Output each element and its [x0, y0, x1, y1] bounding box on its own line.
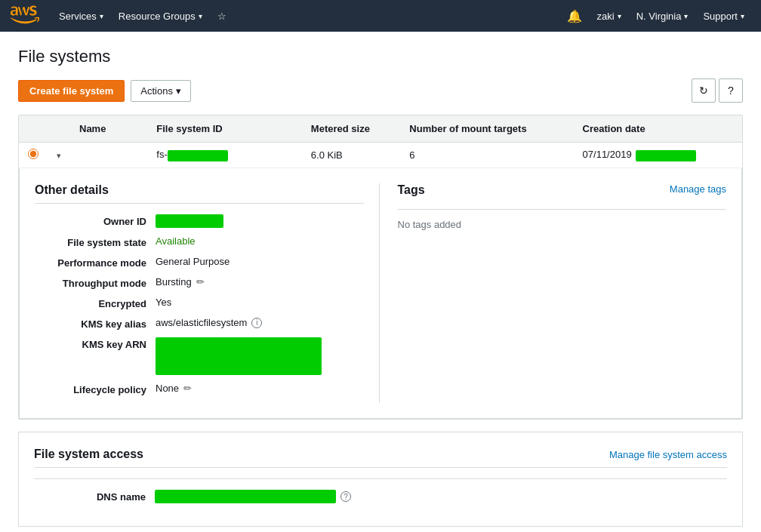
- lifecycle-label: Lifecycle policy: [35, 383, 156, 395]
- no-tags-text: No tags added: [398, 219, 727, 230]
- dns-name-value: ?: [155, 490, 727, 503]
- dns-name-redacted: [155, 490, 336, 503]
- col-creation-date[interactable]: Creation date: [574, 115, 742, 143]
- detail-panel: Other details Owner ID File system state…: [19, 168, 742, 419]
- aws-logo[interactable]: [9, 5, 39, 27]
- row-fs-id-cell: fs-: [147, 143, 302, 168]
- nav-right-section: 🔔 zaki ▾ N. Virginia ▾ Support ▾: [559, 0, 752, 32]
- kms-alias-info-icon[interactable]: i: [251, 318, 262, 328]
- resource-groups-caret-icon: ▾: [199, 12, 202, 20]
- file-system-access-section: File system access Manage file system ac…: [18, 432, 743, 527]
- dns-name-label: DNS name: [34, 490, 155, 503]
- row-radio-input[interactable]: [28, 149, 39, 159]
- fs-state-label: File system state: [35, 235, 156, 248]
- dns-name-info-icon[interactable]: ?: [340, 491, 351, 502]
- perf-mode-label: Performance mode: [35, 256, 156, 269]
- nav-region[interactable]: N. Virginia ▾: [629, 0, 696, 32]
- page-title: File systems: [18, 47, 743, 66]
- top-navigation: Services ▾ Resource Groups ▾ ☆ 🔔 zaki ▾ …: [0, 0, 761, 32]
- row-radio-cell[interactable]: [19, 143, 48, 168]
- kms-arn-row: KMS key ARN: [35, 337, 364, 375]
- tags-header: Tags Manage tags: [398, 183, 727, 203]
- col-fs-id[interactable]: File system ID: [147, 115, 302, 143]
- kms-alias-label: KMS key alias: [35, 317, 156, 330]
- manage-tags-link[interactable]: Manage tags: [670, 183, 726, 195]
- row-expand-cell[interactable]: ▾: [48, 143, 70, 168]
- col-name[interactable]: Name: [70, 115, 147, 143]
- detail-sections: Other details Owner ID File system state…: [35, 183, 726, 403]
- throughput-mode-row: Throughput mode Bursting ✏: [35, 276, 364, 289]
- access-header: File system access Manage file system ac…: [34, 447, 727, 468]
- table-header-row: Name File system ID Metered size Number …: [19, 115, 742, 143]
- table: Name File system ID Metered size Number …: [19, 115, 742, 168]
- throughput-mode-value: Bursting ✏: [156, 276, 364, 288]
- nav-bell-icon[interactable]: 🔔: [559, 0, 590, 32]
- owner-id-row: Owner ID: [35, 214, 364, 228]
- help-button[interactable]: ?: [719, 78, 743, 103]
- kms-arn-label: KMS key ARN: [35, 337, 156, 350]
- create-file-system-button[interactable]: Create file system: [18, 80, 125, 102]
- actions-button[interactable]: Actions ▾: [131, 80, 191, 102]
- nav-user[interactable]: zaki ▾: [590, 0, 629, 32]
- manage-fs-access-link[interactable]: Manage file system access: [609, 449, 727, 460]
- services-caret-icon: ▾: [100, 12, 103, 20]
- throughput-mode-label: Throughput mode: [35, 276, 156, 289]
- refresh-button[interactable]: ↻: [692, 78, 716, 103]
- file-systems-table: Name File system ID Metered size Number …: [18, 115, 743, 420]
- col-radio: [19, 115, 48, 143]
- encrypted-label: Encrypted: [35, 297, 156, 309]
- toolbar: Create file system Actions ▾ ↻ ?: [18, 78, 743, 103]
- row-mount-targets-cell: 6: [400, 143, 573, 168]
- kms-alias-value: aws/elasticfilesystem i: [156, 317, 364, 328]
- support-caret-icon: ▾: [741, 12, 744, 20]
- lifecycle-edit-icon[interactable]: ✏: [183, 383, 192, 394]
- actions-caret-icon: ▾: [176, 85, 181, 97]
- tags-section: Tags Manage tags No tags added: [380, 183, 727, 403]
- encrypted-row: Encrypted Yes: [35, 297, 364, 309]
- encrypted-value: Yes: [156, 297, 364, 308]
- nav-support[interactable]: Support ▾: [695, 0, 752, 32]
- access-title: File system access: [34, 447, 143, 461]
- lifecycle-row: Lifecycle policy None ✏: [35, 383, 364, 395]
- owner-id-redacted: [156, 214, 223, 228]
- row-creation-date-cell: 07/11/2019: [574, 143, 742, 168]
- table-row[interactable]: ▾ fs- 6.0 KiB 6 07/11/2019: [19, 143, 742, 168]
- perf-mode-value: General Purpose: [156, 256, 364, 267]
- expand-arrow-icon[interactable]: ▾: [57, 151, 61, 160]
- dns-name-row: DNS name ?: [34, 490, 727, 503]
- nav-resource-groups[interactable]: Resource Groups ▾: [111, 0, 210, 32]
- toolbar-right: ↻ ?: [692, 78, 743, 103]
- kms-arn-value: [156, 337, 364, 375]
- user-caret-icon: ▾: [618, 12, 621, 20]
- col-expand: [48, 115, 70, 143]
- lifecycle-value: None ✏: [156, 383, 364, 394]
- fs-state-value: Available: [156, 235, 364, 247]
- row-metered-size-cell: 6.0 KiB: [302, 143, 400, 168]
- main-content: File systems Create file system Actions …: [0, 32, 761, 532]
- nav-favorites[interactable]: ☆: [210, 0, 234, 32]
- perf-mode-row: Performance mode General Purpose: [35, 256, 364, 269]
- region-caret-icon: ▾: [684, 12, 688, 20]
- fs-id-redacted: [168, 150, 228, 161]
- col-mount-targets[interactable]: Number of mount targets: [400, 115, 573, 143]
- kms-alias-row: KMS key alias aws/elasticfilesystem i: [35, 317, 364, 330]
- owner-id-value: [156, 214, 364, 228]
- row-name-cell: [70, 143, 147, 168]
- other-details-title: Other details: [35, 183, 364, 204]
- col-metered-size[interactable]: Metered size: [302, 115, 400, 143]
- fs-state-row: File system state Available: [35, 235, 364, 248]
- tags-title: Tags: [398, 183, 425, 203]
- other-details-section: Other details Owner ID File system state…: [35, 183, 380, 403]
- creation-date-redacted: [636, 150, 696, 161]
- star-icon: ☆: [217, 11, 226, 22]
- kms-arn-redacted: [156, 337, 322, 375]
- owner-id-label: Owner ID: [35, 214, 156, 227]
- throughput-edit-icon[interactable]: ✏: [196, 276, 205, 288]
- nav-services[interactable]: Services ▾: [51, 0, 111, 32]
